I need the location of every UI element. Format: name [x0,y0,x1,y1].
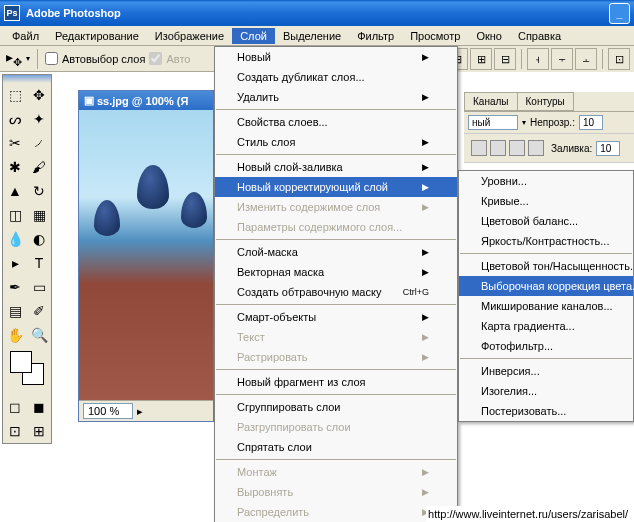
menu-item[interactable]: Векторная маска▶ [215,262,457,282]
menu-item[interactable]: Смарт-объекты▶ [215,307,457,327]
menu-item[interactable]: Карта градиента... [459,316,633,336]
document-titlebar[interactable]: ▣ ss.jpg @ 100% (Я [79,91,213,110]
tab-channels[interactable]: Каналы [464,92,518,111]
blend-mode-select[interactable] [468,115,518,130]
tab-paths[interactable]: Контуры [517,92,574,111]
lock-icon-3[interactable] [509,140,525,156]
quick-mask-std[interactable]: ◻ [3,395,27,419]
lock-icon-1[interactable] [471,140,487,156]
align-btn-7[interactable]: ⊡ [608,48,630,70]
menu-item[interactable]: Свойства слоев... [215,112,457,132]
menu-item-label: Смарт-объекты [237,311,316,323]
menu-item[interactable]: Новый корректирующий слой▶ [215,177,457,197]
marquee-tool[interactable]: ⬚ [3,83,27,107]
menu-help[interactable]: Справка [510,28,569,44]
stamp-tool[interactable]: ▲ [3,179,27,203]
menu-item-label: Текст [237,331,265,343]
path-tool[interactable]: ▸ [3,251,27,275]
notes-tool[interactable]: ▤ [3,299,27,323]
auto-select-layer-option[interactable]: Автовыбор слоя [45,52,145,65]
wand-tool[interactable]: ✦ [27,107,51,131]
crop-tool[interactable]: ✂ [3,131,27,155]
type-tool[interactable]: T [27,251,51,275]
lock-icon-4[interactable] [528,140,544,156]
menu-item[interactable]: Стиль слоя▶ [215,132,457,152]
lasso-tool[interactable]: ᔕ [3,107,27,131]
auto-select-option-2[interactable]: Авто [149,52,190,65]
document-canvas[interactable] [79,110,213,400]
menu-window[interactable]: Окно [468,28,510,44]
menu-file[interactable]: Файл [4,28,47,44]
menu-item[interactable]: Создать дубликат слоя... [215,67,457,87]
heal-tool[interactable]: ✱ [3,155,27,179]
pen-tool[interactable]: ✒ [3,275,27,299]
menu-item-label: Кривые... [481,195,529,207]
menu-item: Разгруппировать слои [215,417,457,437]
fill-field[interactable] [596,141,620,156]
submenu-arrow-icon: ▶ [422,92,429,102]
eyedropper-tool[interactable]: ✐ [27,299,51,323]
menu-item[interactable]: Цветовой тон/Насыщенность... [459,256,633,276]
submenu-arrow-icon: ▶ [422,312,429,322]
quick-mask-mode[interactable]: ◼ [27,395,51,419]
menu-item-label: Создать дубликат слоя... [237,71,365,83]
menu-edit[interactable]: Редактирование [47,28,147,44]
menu-item[interactable]: Новый▶ [215,47,457,67]
menu-item[interactable]: Постеризовать... [459,401,633,421]
blur-tool[interactable]: 💧 [3,227,27,251]
menu-item[interactable]: Слой-маска▶ [215,242,457,262]
menu-item[interactable]: Сгруппировать слои [215,397,457,417]
menu-item[interactable]: Кривые... [459,191,633,211]
menu-item-label: Сгруппировать слои [237,401,340,413]
menu-view[interactable]: Просмотр [402,28,468,44]
menu-item[interactable]: Инверсия... [459,361,633,381]
menu-item[interactable]: Изогелия... [459,381,633,401]
auto-select-checkbox[interactable] [45,52,58,65]
gradient-tool[interactable]: ▦ [27,203,51,227]
move-tool-icon[interactable]: ▸✥ [6,49,22,69]
minimize-button[interactable]: _ [609,3,630,24]
fg-color-swatch[interactable] [10,351,32,373]
move-tool[interactable]: ✥ [27,83,51,107]
align-btn-4[interactable]: ⫞ [527,48,549,70]
opacity-field[interactable] [579,115,603,130]
hand-tool[interactable]: ✋ [3,323,27,347]
menu-item[interactable]: Цветовой баланс... [459,211,633,231]
menu-separator [216,459,456,460]
menu-separator [460,358,632,359]
menu-layer[interactable]: Слой [232,28,275,44]
zoom-field[interactable]: 100 % [83,403,133,419]
menu-item[interactable]: Уровни... [459,171,633,191]
menu-item-label: Яркость/Контрастность... [481,235,609,247]
slice-tool[interactable]: ⟋ [27,131,51,155]
toolbox-header[interactable] [3,75,51,83]
screen-mode-2[interactable]: ⊞ [27,419,51,443]
shape-tool[interactable]: ▭ [27,275,51,299]
zoom-tool[interactable]: 🔍 [27,323,51,347]
align-btn-2[interactable]: ⊞ [470,48,492,70]
align-btn-6[interactable]: ⫠ [575,48,597,70]
menu-image[interactable]: Изображение [147,28,232,44]
menu-item[interactable]: Создать обтравочную маскуCtrl+G [215,282,457,302]
menu-item[interactable]: Яркость/Контрастность... [459,231,633,251]
menu-item[interactable]: Спрятать слои [215,437,457,457]
dodge-tool[interactable]: ◐ [27,227,51,251]
screen-mode-1[interactable]: ⊡ [3,419,27,443]
brush-tool[interactable]: 🖌 [27,155,51,179]
menu-filter[interactable]: Фильтр [349,28,402,44]
menu-item[interactable]: Новый слой-заливка▶ [215,157,457,177]
menu-item[interactable]: Удалить▶ [215,87,457,107]
menu-item[interactable]: Микширование каналов... [459,296,633,316]
menu-item[interactable]: Новый фрагмент из слоя [215,372,457,392]
color-swatches[interactable] [10,351,44,385]
menu-item[interactable]: Фотофильтр... [459,336,633,356]
menu-item[interactable]: Выборочная коррекция цвета... [459,276,633,296]
menu-select[interactable]: Выделение [275,28,349,44]
align-btn-5[interactable]: ⫟ [551,48,573,70]
align-btn-3[interactable]: ⊟ [494,48,516,70]
menu-item-label: Стиль слоя [237,136,295,148]
eraser-tool[interactable]: ◫ [3,203,27,227]
lock-icon-2[interactable] [490,140,506,156]
status-arrow-icon[interactable]: ▸ [137,405,143,418]
history-brush-tool[interactable]: ↻ [27,179,51,203]
